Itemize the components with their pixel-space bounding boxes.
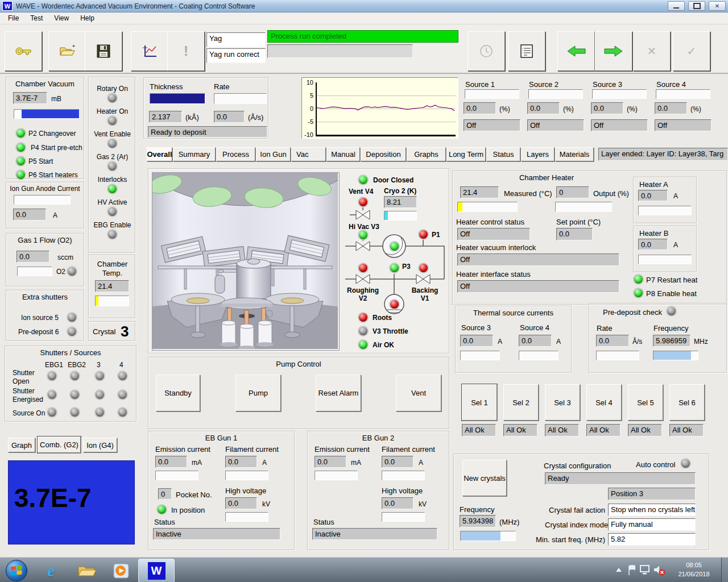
tab-process[interactable]: Process bbox=[216, 147, 255, 161]
cross-icon: ✕ bbox=[647, 44, 657, 58]
tab-graphs[interactable]: Graphs bbox=[407, 147, 446, 161]
shutter-energised-ebg2-led bbox=[71, 390, 79, 399]
previous-layer-button[interactable] bbox=[557, 31, 595, 71]
tab-comb-g2[interactable]: Comb. (G2) bbox=[38, 436, 81, 453]
close-button[interactable]: ✕ bbox=[709, 1, 726, 11]
tab-layers[interactable]: Layers bbox=[521, 147, 555, 161]
tab-ion-g4[interactable]: Ion (G4) bbox=[83, 438, 117, 452]
extra-shutters-group: Extra shutters Ion source 5 Pre-deposit … bbox=[6, 290, 84, 341]
source4-status: Off bbox=[655, 119, 712, 131]
tab-materials[interactable]: Materials bbox=[555, 147, 594, 161]
chamber-vacuum-title: Chamber Vacuum bbox=[6, 80, 84, 88]
crystal-fail-field[interactable]: Stop when no crystals left bbox=[608, 504, 696, 516]
crystal-config-title: Crystal configuration bbox=[544, 462, 611, 470]
ion-gun-anode-title: Ion Gun Anode Current bbox=[6, 185, 84, 193]
crystal-index-field[interactable]: Fully manual bbox=[608, 518, 696, 531]
confirm-button[interactable]: ✓ bbox=[673, 31, 710, 71]
pump-control-title: Pump Control bbox=[148, 360, 449, 368]
vent-button[interactable]: Vent bbox=[396, 375, 441, 411]
menu-help[interactable]: Help bbox=[75, 13, 100, 23]
source2-bar bbox=[528, 89, 583, 99]
menu-bar: File Test View Help bbox=[0, 13, 728, 24]
alert-button[interactable]: ! bbox=[167, 31, 205, 71]
tab-status[interactable]: Status bbox=[486, 147, 520, 161]
internet-explorer-icon[interactable]: e bbox=[41, 562, 61, 579]
next-layer-button[interactable] bbox=[595, 31, 632, 71]
tray-icons[interactable] bbox=[613, 563, 667, 577]
report-icon bbox=[520, 44, 533, 59]
maximize-icon bbox=[693, 3, 701, 9]
heater-b-bar bbox=[638, 255, 692, 264]
tab-graph[interactable]: Graph bbox=[8, 438, 35, 452]
chamber-panel: Door Closed Vent V4 Cryo 2 (K) 8.21 Hi V… bbox=[148, 168, 449, 354]
sel6-button[interactable]: Sel 6 bbox=[669, 384, 705, 421]
abort-button[interactable]: ✕ bbox=[633, 31, 671, 71]
windows-flag-icon bbox=[11, 566, 22, 576]
source1-panel: Source 1 0.0 (%) Off bbox=[464, 77, 522, 134]
chamber-heater-group: Chamber Heater 21.4 Measured (°C) 0 Outp… bbox=[452, 171, 727, 305]
sel1-button[interactable]: Sel 1 bbox=[462, 384, 497, 421]
eb-gun1-title: EB Gun 1 bbox=[148, 434, 294, 442]
sel5-button[interactable]: Sel 5 bbox=[628, 384, 663, 421]
min-start-freq-field[interactable]: 5.82 bbox=[608, 533, 696, 546]
heater-control-value: Off bbox=[457, 228, 530, 240]
tab-ion-gun[interactable]: Ion Gun bbox=[256, 147, 291, 161]
menu-view[interactable]: View bbox=[48, 13, 75, 23]
process-name-field[interactable]: Yag bbox=[206, 32, 266, 47]
sel4-button[interactable]: Sel 4 bbox=[586, 384, 622, 421]
shutter-open-ebg1-led bbox=[48, 372, 56, 380]
standby-button[interactable]: Standby bbox=[156, 375, 200, 411]
auto-control-led bbox=[681, 459, 690, 468]
minimize-button[interactable] bbox=[668, 1, 685, 11]
deposition-group: Thickness Rate 2.137 (kÅ) 0.0 (Å/s) Read… bbox=[143, 77, 268, 139]
reset-alarm-button[interactable]: Reset Alarm bbox=[316, 375, 361, 411]
heater-output-label: Output (%) bbox=[593, 189, 629, 198]
sel3-button[interactable]: Sel 3 bbox=[545, 384, 580, 421]
taskbar-clock[interactable]: 08:05 21/06/2018 bbox=[670, 560, 718, 579]
ebg-enable-led bbox=[108, 230, 117, 239]
key-button[interactable] bbox=[5, 31, 42, 71]
tab-deposition[interactable]: Deposition bbox=[361, 147, 406, 161]
menu-test[interactable]: Test bbox=[24, 13, 48, 23]
eb2-filament-bar bbox=[382, 471, 425, 480]
hi-vac-v3-led bbox=[359, 231, 367, 239]
tab-long-term[interactable]: Long Term bbox=[446, 147, 486, 161]
predeposit-title: Pre-deposit check bbox=[603, 308, 662, 317]
thermal-source4-label: Source 4 bbox=[520, 323, 549, 332]
chamber-vacuum-bar bbox=[14, 109, 80, 119]
ytick-0: 0 bbox=[302, 105, 313, 112]
tab-overall[interactable]: Overall bbox=[147, 147, 172, 161]
pump-button[interactable]: Pump bbox=[235, 375, 281, 411]
save-button[interactable] bbox=[85, 31, 122, 71]
crystal-freq-bar bbox=[460, 531, 516, 541]
report-button[interactable] bbox=[508, 31, 545, 71]
maximize-button[interactable] bbox=[688, 1, 705, 11]
start-button[interactable] bbox=[6, 560, 27, 581]
tab-summary[interactable]: Summary bbox=[173, 147, 216, 161]
graph-setup-button[interactable] bbox=[131, 31, 168, 71]
eb1-status-label: Status bbox=[154, 518, 175, 526]
chamber-illustration bbox=[152, 173, 338, 349]
media-player-icon[interactable] bbox=[111, 562, 131, 579]
timer-button[interactable] bbox=[468, 31, 505, 71]
thermal-source4-unit: A bbox=[556, 338, 561, 346]
ytick-10: 10 bbox=[302, 79, 313, 86]
tab-manual[interactable]: Manual bbox=[326, 147, 360, 161]
source1-bar bbox=[465, 89, 519, 99]
show-desktop-button[interactable] bbox=[721, 558, 728, 582]
source4-name: Source 4 bbox=[656, 80, 686, 89]
roughing-label: RoughingV2 bbox=[345, 286, 380, 302]
source2-percent: 0.0 bbox=[527, 102, 560, 114]
row-shutter-energised-1: Shutter bbox=[13, 387, 35, 395]
p6-start-heaters-label: P6 Start heaters bbox=[28, 171, 78, 179]
menu-file[interactable]: File bbox=[2, 13, 24, 23]
tab-vac[interactable]: Vac bbox=[291, 147, 326, 161]
ion-source5-led bbox=[68, 313, 76, 322]
open-button[interactable] bbox=[48, 31, 86, 71]
file-explorer-icon[interactable] bbox=[76, 562, 97, 579]
taskbar-wave-button[interactable]: W bbox=[138, 559, 175, 582]
sel2-button[interactable]: Sel 2 bbox=[503, 384, 539, 421]
process-note-field[interactable]: Yag run correct bbox=[206, 48, 266, 63]
new-crystals-button[interactable]: New crystals bbox=[462, 460, 507, 496]
predeposit-rate-unit: Å/s bbox=[632, 338, 642, 346]
